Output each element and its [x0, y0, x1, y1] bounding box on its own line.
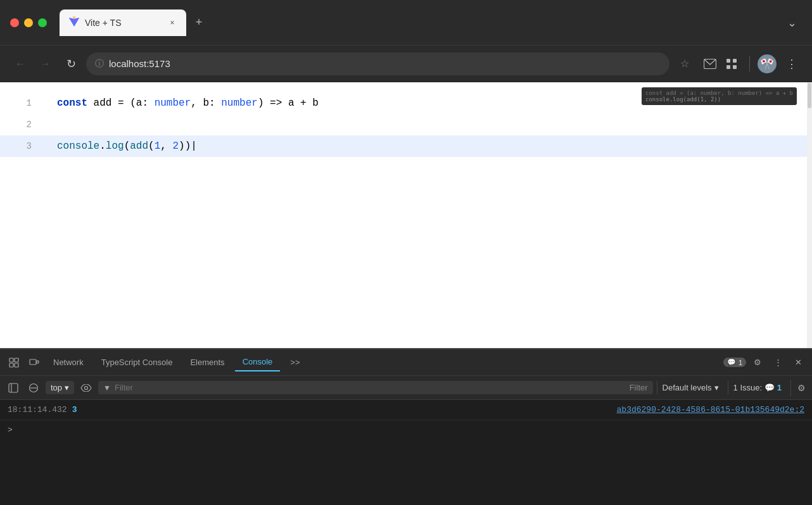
- live-expressions-button[interactable]: [78, 380, 94, 396]
- svg-rect-7: [10, 363, 13, 367]
- devtools-right-icons: ⚙ ⋮ ✕: [749, 354, 807, 371]
- svg-rect-5: [10, 358, 13, 362]
- more-options-button[interactable]: ⋮: [782, 54, 802, 74]
- svg-rect-4: [733, 65, 737, 69]
- devtools-badge: 💬 1: [723, 358, 746, 367]
- context-arrow: ▾: [65, 383, 69, 392]
- devtools-tab-typescript[interactable]: TypeScript Console: [94, 354, 181, 371]
- url-text: localhost:5173: [109, 58, 661, 69]
- console-timestamp: 18:11:14.432: [8, 405, 67, 415]
- toolbar-icons: [700, 54, 742, 74]
- line-number-1: 1: [13, 92, 32, 114]
- bookmark-button[interactable]: ☆: [675, 54, 695, 74]
- main-content: 1 const add = (a: number, b: number) => …: [0, 82, 812, 348]
- tab-title: Vite + TS: [85, 18, 121, 28]
- line-number-3: 3: [13, 135, 32, 157]
- title-bar: Vite + TS × + ⌄: [0, 0, 812, 46]
- browser-tab[interactable]: Vite + TS ×: [60, 9, 186, 36]
- svg-rect-1: [726, 59, 730, 63]
- devtools-tab-elements[interactable]: Elements: [182, 354, 232, 371]
- issue-badge: 1 Issue: 💬 1: [728, 381, 787, 394]
- new-tab-button[interactable]: +: [189, 13, 209, 33]
- line-number-2: 2: [13, 114, 32, 135]
- level-label: Default levels: [663, 383, 712, 392]
- devtools-tab-network[interactable]: Network: [46, 354, 91, 371]
- svg-rect-10: [37, 361, 39, 363]
- devtools-tab-more[interactable]: >>: [282, 354, 307, 371]
- scrollbar[interactable]: [807, 82, 812, 348]
- devtools-close-button[interactable]: ✕: [789, 354, 807, 371]
- filter-input[interactable]: [115, 383, 626, 392]
- code-line-2: 2: [0, 114, 812, 135]
- svg-rect-11: [9, 383, 18, 392]
- level-selector[interactable]: Default levels ▾: [657, 381, 724, 394]
- code-editor: 1 const add = (a: number, b: number) => …: [0, 82, 812, 348]
- context-label: top: [51, 383, 62, 392]
- scrollbar-thumb[interactable]: [808, 83, 811, 108]
- code-text-3: console.log(add(1, 2))|: [57, 135, 197, 157]
- reload-button[interactable]: ↻: [61, 54, 81, 74]
- back-button[interactable]: ←: [10, 54, 30, 74]
- issue-count: 💬 1: [764, 383, 782, 392]
- prompt-arrow: >: [8, 425, 13, 435]
- console-output: 18:11:14.432 3 ab3d6290-2428-4586-8615-0…: [0, 400, 812, 505]
- devtools-panel: Network TypeScript Console Elements Cons…: [0, 348, 812, 505]
- devtools-device-icon[interactable]: [25, 354, 43, 371]
- issue-label: 1 Issue:: [733, 383, 763, 392]
- tab-menu-button[interactable]: ⌄: [782, 13, 802, 33]
- sidebar-toggle-button[interactable]: [5, 380, 22, 396]
- toolbar-divider: [749, 56, 750, 72]
- console-row: 18:11:14.432 3 ab3d6290-2428-4586-8615-0…: [0, 400, 812, 420]
- tab-close-button[interactable]: ×: [167, 18, 177, 28]
- vite-icon: [68, 16, 80, 30]
- top-preview: const add = (a: number, b: number) => a …: [642, 87, 797, 105]
- svg-rect-3: [726, 65, 730, 69]
- tab-bar: Vite + TS × + ⌄: [60, 9, 802, 36]
- filter-area[interactable]: ▼ Filter: [98, 381, 652, 394]
- console-value: 3: [72, 405, 77, 415]
- forward-button[interactable]: →: [35, 54, 56, 74]
- devtools-settings-button[interactable]: ⚙: [749, 354, 766, 371]
- avatar[interactable]: 🎌: [758, 54, 777, 73]
- mail-button[interactable]: [700, 54, 720, 74]
- badge-icon: 💬: [727, 358, 736, 366]
- svg-point-15: [85, 386, 88, 389]
- console-source[interactable]: ab3d6290-2428-4586-8615-01b135649d2e:2: [617, 405, 804, 415]
- code-text-1: const add = (a: number, b: number) => a …: [57, 92, 319, 114]
- badge-count: 1: [739, 359, 742, 366]
- filter-icon: ▼: [103, 383, 111, 392]
- svg-rect-8: [15, 363, 18, 367]
- maximize-window-button[interactable]: [38, 18, 47, 27]
- devtools-tab-console[interactable]: Console: [235, 353, 281, 371]
- code-line-3: 3 console.log(add(1, 2))|: [0, 135, 812, 157]
- info-icon: ⓘ: [95, 58, 104, 70]
- devtools-toolbar: top ▾ ▼ Filter Default levels ▾ 1 Issue:…: [0, 376, 812, 400]
- window-controls: [10, 18, 47, 27]
- minimize-window-button[interactable]: [24, 18, 33, 27]
- devtools-tabs: Network TypeScript Console Elements Cons…: [0, 349, 812, 376]
- level-arrow: ▾: [714, 383, 719, 392]
- context-selector[interactable]: top ▾: [46, 381, 74, 394]
- address-field[interactable]: ⓘ localhost:5173: [86, 53, 669, 75]
- devtools-more-button[interactable]: ⋮: [769, 354, 787, 371]
- svg-rect-2: [733, 59, 737, 63]
- address-bar: ← → ↻ ⓘ localhost:5173 ☆ 🎌 ⋮: [0, 46, 812, 82]
- svg-rect-9: [30, 359, 36, 365]
- console-settings-button[interactable]: ⚙: [790, 380, 807, 396]
- filter-label: Filter: [630, 383, 648, 392]
- close-window-button[interactable]: [10, 18, 19, 27]
- console-prompt[interactable]: >: [0, 420, 812, 440]
- extension-button[interactable]: [721, 54, 742, 74]
- svg-rect-6: [15, 358, 18, 362]
- clear-console-button[interactable]: [25, 380, 42, 396]
- devtools-inspect-icon[interactable]: [5, 354, 23, 371]
